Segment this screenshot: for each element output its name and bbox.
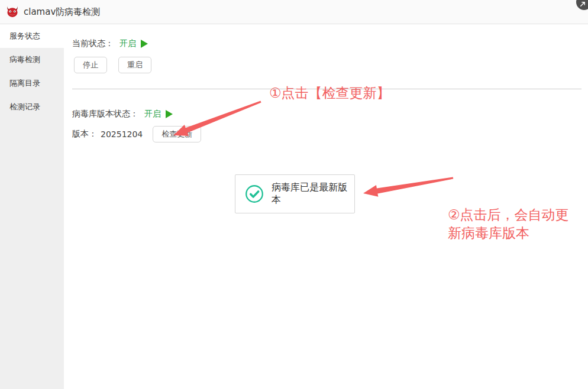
play-icon	[166, 110, 173, 118]
sidebar-item-service-status[interactable]: 服务状态	[0, 24, 64, 48]
virusdb-status-value: 开启	[144, 109, 161, 119]
version-label: 版本：	[72, 129, 97, 140]
check-update-button[interactable]: 检查更新	[153, 126, 201, 142]
sidebar-item-quarantine-dir[interactable]: 隔离目录	[0, 72, 64, 95]
annotation-step2: ②点击后，会自动更 新病毒库版本	[448, 206, 569, 242]
virusdb-status-row: 病毒库版本状态： 开启	[72, 109, 173, 119]
app-header: clamav防病毒检测	[0, 0, 588, 24]
check-circle-icon	[245, 184, 264, 203]
version-value: 20251204	[101, 129, 143, 139]
sidebar-item-scan-records[interactable]: 检测记录	[0, 95, 64, 119]
version-row: 版本： 20251204 检查更新	[72, 126, 201, 142]
service-status-value: 开启	[119, 38, 136, 49]
service-buttons-row: 停止 重启	[74, 57, 151, 73]
update-result-toast: 病毒库已是最新版本	[235, 174, 355, 213]
stop-button[interactable]: 停止	[74, 57, 107, 73]
virusdb-status-label: 病毒库版本状态：	[72, 109, 138, 119]
sidebar: 服务状态 病毒检测 隔离目录 检测记录	[0, 24, 64, 389]
sidebar-item-virus-scan[interactable]: 病毒检测	[0, 48, 64, 72]
service-status-row: 当前状态： 开启	[72, 38, 148, 49]
annotation-step2-line2: 新病毒库版本	[448, 224, 569, 242]
restart-button[interactable]: 重启	[118, 57, 151, 73]
page-title: clamav防病毒检测	[24, 7, 100, 18]
toast-message: 病毒库已是最新版本	[272, 181, 354, 206]
service-status-label: 当前状态：	[72, 38, 114, 49]
annotation-step1: ①点击【检查更新】	[269, 84, 390, 102]
devil-icon	[6, 5, 19, 18]
annotation-step2-line1: ②点击后，会自动更	[448, 206, 569, 224]
play-icon	[141, 40, 148, 48]
